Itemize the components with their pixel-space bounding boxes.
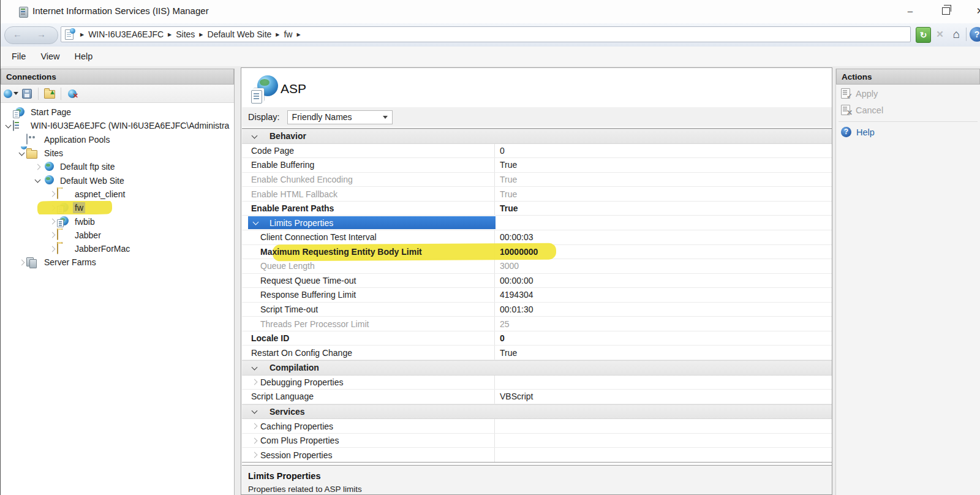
- property-value-cell[interactable]: 4194304: [495, 288, 832, 302]
- menu-item-view[interactable]: View: [33, 48, 67, 64]
- grid-row-debugging-properties[interactable]: Debugging Properties: [242, 376, 832, 390]
- tree-expander-icon[interactable]: [17, 260, 26, 265]
- menu-item-help[interactable]: Help: [67, 48, 100, 64]
- save-connections-icon[interactable]: [19, 86, 35, 101]
- close-button[interactable]: ✕: [966, 0, 980, 22]
- tree-item-fwbib[interactable]: fwbib: [1, 214, 234, 228]
- grid-row-caching-properties[interactable]: Caching Properties: [242, 419, 832, 434]
- grid-section-behavior[interactable]: Behavior: [242, 129, 832, 144]
- tree-expander-icon[interactable]: [17, 152, 26, 155]
- expand-icon[interactable]: [248, 380, 260, 384]
- property-value-cell[interactable]: 3000: [495, 259, 832, 273]
- property-value-cell[interactable]: [495, 419, 832, 433]
- property-name-cell[interactable]: Threads Per Processor Limit: [242, 317, 495, 331]
- collapse-icon[interactable]: [248, 135, 260, 138]
- grid-row-script-language[interactable]: Script LanguageVBScript: [242, 390, 832, 404]
- tree-item-jabber[interactable]: Jabber: [1, 229, 234, 242]
- address-breadcrumb-box[interactable]: ▶WIN-I6U3EA6EJFC▶Sites▶Default Web Site▶…: [61, 26, 911, 42]
- breadcrumb-item[interactable]: Sites: [176, 29, 195, 39]
- connect-server-icon[interactable]: [3, 86, 19, 101]
- grid-row-restart-on-config-change[interactable]: Restart On Config ChangeTrue: [242, 346, 832, 360]
- display-dropdown[interactable]: Friendly Names: [287, 110, 393, 124]
- back-button[interactable]: ←: [13, 29, 22, 39]
- home-icon[interactable]: ⌂: [949, 27, 963, 42]
- property-name-cell[interactable]: Debugging Properties: [242, 376, 495, 390]
- grid-row-request-queue-time-out[interactable]: Request Queue Time-out00:00:00: [242, 274, 832, 289]
- property-value-cell[interactable]: [495, 448, 832, 462]
- property-name-cell[interactable]: Enable Chunked Encoding: [242, 173, 495, 187]
- tree-item-wini6u3ea6ejfc[interactable]: WIN-I6U3EA6EJFC (WIN-I6U3EA6EJFC\Adminis…: [1, 119, 234, 132]
- grid-row-enable-html-fallback[interactable]: Enable HTML FallbackTrue: [242, 187, 832, 202]
- breadcrumb-item[interactable]: fw: [284, 29, 292, 39]
- property-name-cell[interactable]: Restart On Config Change: [242, 346, 495, 360]
- grid-section-compilation[interactable]: Compilation: [242, 360, 832, 376]
- help-button[interactable]: ?Help: [841, 124, 980, 140]
- grid-row-script-time-out[interactable]: Script Time-out00:01:30: [242, 303, 832, 317]
- property-value-cell[interactable]: 0: [495, 144, 832, 158]
- property-value-cell[interactable]: True: [495, 202, 832, 216]
- property-value-cell[interactable]: 00:00:00: [495, 274, 832, 288]
- apply-button[interactable]: ✓Apply: [841, 86, 980, 101]
- tree-item-server[interactable]: Server Farms: [1, 255, 234, 269]
- collapse-icon[interactable]: [248, 366, 260, 369]
- tree-item-aspnet_client[interactable]: aspnet_client: [1, 187, 234, 201]
- cancel-button[interactable]: ✕Cancel: [841, 102, 980, 118]
- property-value-cell[interactable]: True: [495, 346, 832, 360]
- grid-row-enable-buffering[interactable]: Enable BufferingTrue: [242, 158, 832, 173]
- stop-icon[interactable]: ✕: [933, 27, 947, 42]
- grid-row-queue-length[interactable]: Queue Length3000: [242, 259, 832, 274]
- breadcrumb-item[interactable]: Default Web Site: [208, 29, 272, 39]
- property-name-cell[interactable]: Com Plus Properties: [242, 434, 495, 448]
- tree-item-jabberformac[interactable]: JabberForMac: [1, 242, 234, 255]
- property-name-cell[interactable]: Session Properties: [242, 448, 495, 462]
- tree-item-sites[interactable]: Sites: [1, 146, 234, 160]
- grid-row-com-plus-properties[interactable]: Com Plus Properties: [242, 434, 832, 448]
- property-name-cell[interactable]: Enable Parent Paths: [242, 202, 495, 216]
- property-name-cell[interactable]: Request Queue Time-out: [242, 274, 495, 288]
- grid-row-code-page[interactable]: Code Page0: [242, 144, 832, 159]
- property-value-cell[interactable]: 00:00:03: [495, 230, 832, 244]
- expand-icon[interactable]: [248, 424, 260, 428]
- property-value-cell[interactable]: VBScript: [495, 390, 832, 404]
- minimize-button[interactable]: –: [896, 0, 924, 22]
- property-name-cell[interactable]: Enable HTML Fallback: [242, 187, 495, 201]
- property-name-cell[interactable]: Maximum Requesting Entity Body Limit: [242, 245, 495, 259]
- tree-expander-icon[interactable]: [47, 219, 57, 224]
- property-name-cell[interactable]: Script Time-out: [242, 303, 495, 317]
- tree-item-default[interactable]: Default ftp site: [1, 160, 234, 173]
- expand-icon[interactable]: [248, 439, 260, 443]
- property-value-cell[interactable]: 00:01:30: [495, 303, 832, 317]
- property-value-cell[interactable]: 0: [495, 331, 832, 346]
- tree-expander-icon[interactable]: [47, 247, 57, 251]
- tree-expander-icon[interactable]: [47, 192, 57, 196]
- property-value-cell[interactable]: [495, 376, 832, 390]
- grid-section-services[interactable]: Services: [242, 404, 832, 420]
- property-name-cell[interactable]: Caching Properties: [242, 419, 495, 433]
- tree-item-start[interactable]: Start Page: [1, 105, 234, 119]
- tree-expander-icon[interactable]: [3, 124, 13, 127]
- delete-connection-icon[interactable]: ✕: [64, 86, 80, 101]
- property-name-cell[interactable]: Script Language: [242, 390, 495, 404]
- grid-row-enable-parent-paths[interactable]: Enable Parent PathsTrue: [242, 202, 832, 216]
- tree-item-fw[interactable]: fw: [1, 201, 234, 214]
- collapse-icon[interactable]: [248, 410, 260, 413]
- property-name-cell[interactable]: Locale ID: [242, 331, 495, 346]
- menu-item-file[interactable]: File: [4, 48, 33, 64]
- property-name-cell[interactable]: Code Page: [242, 144, 495, 158]
- property-name-cell[interactable]: Enable Buffering: [242, 158, 495, 172]
- up-level-icon[interactable]: ▲: [42, 86, 58, 101]
- grid-row-enable-chunked-encoding[interactable]: Enable Chunked EncodingTrue: [242, 173, 832, 187]
- help-globe-icon[interactable]: ?: [970, 27, 980, 42]
- tree-expander-icon[interactable]: [32, 165, 42, 169]
- property-value-cell[interactable]: True: [495, 158, 832, 172]
- selected-section-bar[interactable]: Limits Properties: [248, 216, 496, 229]
- grid-row-session-properties[interactable]: Session Properties: [242, 448, 832, 462]
- tree-expander-icon[interactable]: [32, 179, 42, 182]
- property-value-cell[interactable]: True: [495, 173, 832, 187]
- grid-row-maximum-requesting-entity-body-limit[interactable]: Maximum Requesting Entity Body Limit1000…: [242, 245, 832, 260]
- property-value-cell[interactable]: True: [495, 187, 832, 201]
- expand-icon[interactable]: [248, 453, 260, 457]
- property-name-cell[interactable]: Response Buffering Limit: [242, 288, 495, 302]
- grid-row-threads-per-processor-limit[interactable]: Threads Per Processor Limit25: [242, 317, 832, 331]
- tree-item-application[interactable]: Application Pools: [1, 133, 234, 146]
